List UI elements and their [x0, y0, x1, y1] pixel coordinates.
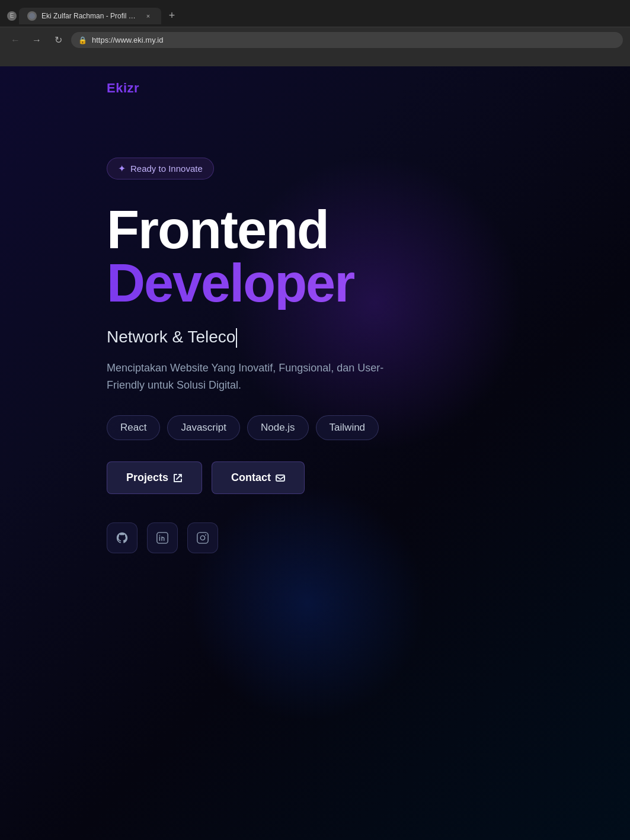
- instagram-button[interactable]: [187, 522, 218, 553]
- badge-text: Ready to Innovate: [130, 163, 203, 174]
- active-tab[interactable]: Eki Zulfar Rachman - Profil Pen... ×: [19, 8, 161, 24]
- tech-tag-react[interactable]: React: [107, 415, 160, 440]
- new-tab-button[interactable]: +: [164, 8, 180, 24]
- tab-close-button[interactable]: ×: [143, 11, 153, 21]
- hero-description: Menciptakan Website Yang Inovatif, Fungs…: [107, 360, 415, 394]
- hero-title: Frontend Developer: [107, 203, 523, 310]
- contact-label: Contact: [231, 472, 271, 484]
- github-button[interactable]: [107, 522, 137, 553]
- svg-point-4: [200, 536, 204, 540]
- cta-buttons: Projects Contact: [107, 461, 523, 494]
- browser-chrome: E Eki Zulfar Rachman - Profil Pen... × +…: [0, 0, 630, 66]
- sparkle-icon: ✦: [118, 163, 126, 174]
- lock-icon: 🔒: [78, 36, 87, 44]
- tech-tag-nodejs[interactable]: Node.js: [247, 415, 309, 440]
- nav-bar: ← → ↻ 🔒 https://www.eki.my.id: [0, 27, 630, 53]
- site-logo[interactable]: Ekizr: [107, 81, 139, 95]
- hero-title-line1: Frontend: [107, 203, 523, 257]
- address-bar[interactable]: 🔒 https://www.eki.my.id: [71, 32, 623, 48]
- projects-button[interactable]: Projects: [107, 461, 202, 494]
- social-links: [107, 522, 523, 553]
- typing-cursor: [236, 328, 237, 348]
- tab-title: Eki Zulfar Rachman - Profil Pen...: [41, 12, 139, 20]
- typing-text: Network & Teleco: [107, 328, 523, 348]
- instagram-icon: [196, 531, 209, 544]
- svg-rect-3: [197, 533, 208, 543]
- site-nav: Ekizr: [0, 66, 630, 110]
- tech-tags: React Javascript Node.js Tailwind: [107, 415, 523, 440]
- badge: ✦ Ready to Innovate: [107, 158, 214, 179]
- linkedin-icon: [156, 531, 169, 544]
- website-content: Ekizr ✦ Ready to Innovate Frontend Devel…: [0, 66, 630, 840]
- hero-title-line2: Developer: [107, 257, 523, 310]
- linkedin-button[interactable]: [147, 522, 178, 553]
- tab-bar: E Eki Zulfar Rachman - Profil Pen... × +: [0, 0, 630, 27]
- url-text: https://www.eki.my.id: [92, 36, 163, 44]
- tab-favicon: E: [7, 11, 17, 21]
- github-icon: [116, 531, 129, 544]
- projects-label: Projects: [126, 472, 168, 484]
- tab-favicon-icon: [27, 11, 37, 21]
- external-link-icon: [173, 473, 183, 483]
- tech-tag-tailwind[interactable]: Tailwind: [316, 415, 379, 440]
- typing-content: Network & Teleco: [107, 328, 235, 346]
- hero-section: ✦ Ready to Innovate Frontend Developer N…: [0, 110, 630, 589]
- tech-tag-javascript[interactable]: Javascript: [167, 415, 240, 440]
- svg-point-5: [205, 534, 206, 536]
- back-button[interactable]: ←: [7, 32, 24, 49]
- refresh-button[interactable]: ↻: [50, 32, 66, 49]
- mail-icon: [276, 473, 285, 483]
- svg-rect-1: [276, 475, 284, 481]
- svg-point-0: [29, 13, 35, 19]
- forward-button[interactable]: →: [28, 32, 45, 49]
- contact-button[interactable]: Contact: [212, 461, 305, 494]
